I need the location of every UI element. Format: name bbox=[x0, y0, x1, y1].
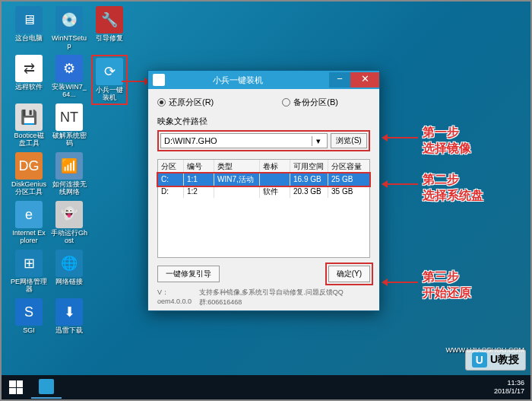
cell-type bbox=[214, 186, 260, 198]
badge-text: U教授 bbox=[490, 353, 519, 367]
browse-button[interactable]: 浏览(S) bbox=[331, 133, 367, 148]
icon-label: 引导修复 bbox=[91, 35, 128, 43]
ok-button[interactable]: 确定(Y) bbox=[328, 266, 370, 282]
annotation-step1: 第一步 选择镜像 bbox=[423, 125, 471, 157]
desktop-icon[interactable]: DGDiskGenius分区工具 bbox=[11, 152, 47, 196]
window-icon bbox=[153, 74, 165, 86]
app-icon: DG bbox=[15, 152, 43, 180]
app-icon: ⬇ bbox=[55, 298, 83, 326]
desktop-icon[interactable]: ⟳小兵一键装机 bbox=[91, 55, 128, 105]
taskbar-item[interactable] bbox=[31, 376, 62, 399]
icon-label: DiskGenius分区工具 bbox=[11, 181, 47, 196]
app-icon: e bbox=[15, 201, 43, 228]
restore-radio-label: 还原分区(R) bbox=[169, 97, 214, 108]
cell-partition: C: bbox=[158, 173, 184, 186]
app-icon bbox=[39, 379, 54, 394]
icon-label: 远程软件 bbox=[11, 84, 47, 91]
app-icon: 💾 bbox=[15, 103, 43, 131]
app-icon: 🖥 bbox=[15, 6, 43, 33]
repair-boot-button[interactable]: 一键修复引导 bbox=[157, 266, 220, 282]
window-title: 小兵一键装机 bbox=[169, 75, 329, 86]
partition-table: 分区 编号 类型 卷标 可用空间 分区容量 C:1:1WIN7,活动16.9 G… bbox=[157, 159, 370, 258]
icon-label: 手动运行Ghost bbox=[51, 230, 87, 245]
th-type[interactable]: 类型 bbox=[214, 160, 260, 173]
icon-label: Bootice磁盘工具 bbox=[11, 132, 47, 148]
cell-type: WIN7,活动 bbox=[214, 173, 260, 186]
arrow-step3 bbox=[388, 282, 418, 283]
image-path-label: 映象文件路径 bbox=[157, 116, 370, 127]
icon-label: 安装WIN7_64... bbox=[51, 84, 87, 99]
backup-radio[interactable]: 备份分区(B) bbox=[282, 97, 338, 108]
cell-free: 16.9 GB bbox=[290, 173, 328, 186]
taskbar: 11:36 2018/1/17 bbox=[2, 375, 530, 399]
th-size[interactable]: 分区容量 bbox=[328, 160, 366, 173]
desktop-icon[interactable]: 💾Bootice磁盘工具 bbox=[11, 103, 47, 148]
restore-radio[interactable]: 还原分区(R) bbox=[157, 97, 214, 108]
cell-size: 25 GB bbox=[328, 173, 366, 186]
arrow-step1 bbox=[388, 137, 418, 138]
app-icon: 💿 bbox=[55, 6, 83, 33]
desktop-icon[interactable]: 🔧引导修复 bbox=[91, 6, 128, 43]
icon-label: 网络链接 bbox=[51, 278, 87, 286]
radio-icon bbox=[282, 98, 290, 107]
table-header: 分区 编号 类型 卷标 可用空间 分区容量 bbox=[158, 160, 369, 173]
th-free[interactable]: 可用空间 bbox=[290, 160, 328, 173]
windows-logo-icon bbox=[9, 380, 23, 394]
titlebar[interactable]: 小兵一键装机 − ✕ bbox=[148, 71, 379, 89]
app-icon: S bbox=[15, 298, 43, 326]
desktop-icon[interactable]: 📶如何连接无线网络 bbox=[51, 152, 87, 196]
badge-icon: U bbox=[472, 352, 487, 368]
desktop-icon[interactable]: ⚙安装WIN7_64... bbox=[51, 55, 87, 99]
desktop-icon[interactable]: ⬇迅雷下载 bbox=[51, 298, 87, 335]
brand-badge: U U教授 bbox=[465, 349, 526, 371]
desktop-icon[interactable]: 🌐网络链接 bbox=[51, 250, 87, 286]
app-icon: ⇄ bbox=[15, 55, 43, 82]
desktop-icon[interactable]: 👻手动运行Ghost bbox=[51, 201, 87, 245]
desktop-icon[interactable]: 💿WinNTSetup bbox=[51, 6, 87, 50]
icon-label: WinNTSetup bbox=[51, 35, 87, 50]
backup-radio-label: 备份分区(B) bbox=[293, 97, 338, 108]
th-num[interactable]: 编号 bbox=[184, 160, 214, 173]
desktop-icon[interactable]: 🖥这台电脑 bbox=[11, 6, 47, 43]
table-row[interactable]: D:1:2软件20.3 GB35 GB bbox=[158, 186, 369, 198]
desktop-icon[interactable]: NT破解系统密码 bbox=[51, 103, 87, 148]
radio-icon bbox=[157, 98, 166, 107]
close-button[interactable]: ✕ bbox=[350, 72, 379, 88]
cell-volume: 软件 bbox=[260, 186, 290, 198]
icon-label: SGI bbox=[11, 327, 47, 335]
annotation-step3: 第三步 开始还原 bbox=[423, 269, 471, 301]
table-row[interactable]: C:1:1WIN7,活动16.9 GB25 GB bbox=[158, 173, 369, 186]
cell-free: 20.3 GB bbox=[290, 186, 328, 198]
icon-label: 迅雷下载 bbox=[51, 327, 87, 335]
desktop-icon[interactable]: eInternet Explorer bbox=[11, 201, 47, 245]
th-partition[interactable]: 分区 bbox=[158, 160, 184, 173]
cell-partition: D: bbox=[158, 186, 184, 198]
icon-label: 小兵一键装机 bbox=[94, 87, 125, 102]
start-button[interactable] bbox=[2, 375, 30, 399]
app-icon: 👻 bbox=[55, 201, 83, 228]
app-icon: ⊞ bbox=[15, 250, 43, 277]
chevron-down-icon[interactable]: ▾ bbox=[312, 136, 324, 146]
icon-label: Internet Explorer bbox=[11, 230, 47, 245]
arrow-to-window bbox=[122, 81, 144, 82]
installer-window: 小兵一键装机 − ✕ 还原分区(R) 备份分区(B) 映象文件路径 D:\WIN… bbox=[147, 70, 380, 311]
desktop-icon[interactable]: ⇄远程软件 bbox=[11, 55, 47, 91]
cell-size: 35 GB bbox=[328, 186, 366, 198]
system-tray-clock[interactable]: 11:36 2018/1/17 bbox=[494, 379, 530, 396]
cell-num: 1:2 bbox=[184, 186, 214, 198]
desktop-icon[interactable]: ⊞PE网络管理器 bbox=[11, 250, 47, 294]
annotation-step2: 第二步 选择系统盘 bbox=[423, 172, 483, 204]
minimize-button[interactable]: − bbox=[329, 72, 350, 88]
support-text: 支持多种镜像,多系统引导自动修复.问题反馈QQ群:606616468 bbox=[199, 288, 370, 307]
app-icon: NT bbox=[55, 103, 83, 131]
cell-num: 1:1 bbox=[184, 173, 214, 186]
app-icon: ⚙ bbox=[55, 55, 83, 82]
desktop-icon[interactable]: SSGI bbox=[11, 298, 47, 335]
image-path-input[interactable]: D:\WIN7.GHO ▾ bbox=[160, 133, 328, 148]
icon-label: 破解系统密码 bbox=[51, 132, 87, 148]
icon-label: PE网络管理器 bbox=[11, 278, 47, 294]
th-volume[interactable]: 卷标 bbox=[260, 160, 290, 173]
app-icon: ⟳ bbox=[96, 58, 123, 85]
cell-volume bbox=[260, 173, 290, 186]
icon-label: 这台电脑 bbox=[11, 35, 47, 43]
